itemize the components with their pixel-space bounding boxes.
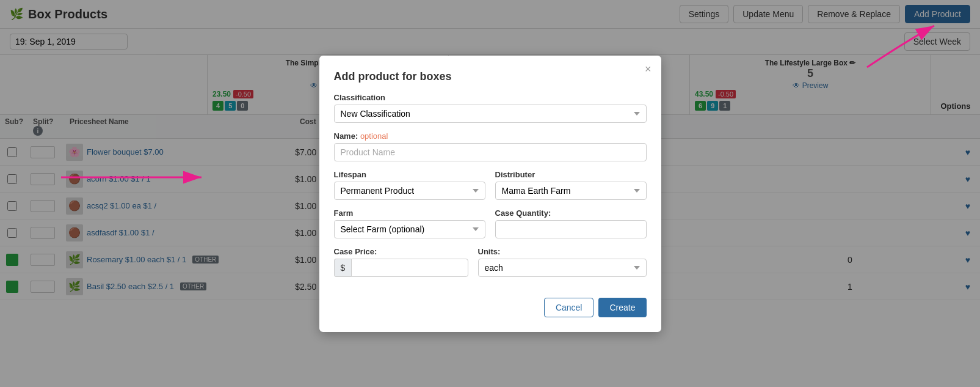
name-label: Name: optional xyxy=(334,131,647,141)
modal-footer: Cancel Create xyxy=(334,298,647,317)
lifespan-col: Lifespan Permanent Product Seasonal One-… xyxy=(334,170,485,208)
lifespan-select[interactable]: Permanent Product Seasonal One-time xyxy=(334,182,485,200)
farm-group: Farm Select Farm (optional) xyxy=(334,208,485,238)
farm-label: Farm xyxy=(334,208,485,218)
units-label: Units: xyxy=(478,247,647,256)
classification-label: Classification xyxy=(334,93,647,102)
case-price-group: Case Price: $ xyxy=(334,247,468,277)
case-qty-label: Case Quantity: xyxy=(495,208,647,218)
classification-select[interactable]: New Classification Fruits Vegetables Oth… xyxy=(334,105,647,123)
distributer-group: Distributer Mama Earth Farm Local Farm O… xyxy=(495,170,647,200)
case-qty-col: Case Quantity: xyxy=(495,208,647,247)
case-price-label: Case Price: xyxy=(334,247,468,256)
distributer-label: Distributer xyxy=(495,170,647,179)
classification-group: Classification New Classification Fruits… xyxy=(334,93,647,123)
cancel-button[interactable]: Cancel xyxy=(544,298,594,317)
case-qty-group: Case Quantity: xyxy=(495,208,647,238)
dollar-prefix: $ xyxy=(334,259,352,277)
modal-close-button[interactable]: × xyxy=(645,63,652,76)
case-price-input-group: $ xyxy=(334,259,468,277)
optional-label: optional xyxy=(360,131,388,141)
name-input[interactable] xyxy=(334,143,647,161)
farm-select[interactable]: Select Farm (optional) xyxy=(334,220,485,238)
case-price-col: Case Price: $ xyxy=(334,247,468,286)
case-price-input[interactable] xyxy=(351,259,468,277)
lifespan-distributer-row: Lifespan Permanent Product Seasonal One-… xyxy=(334,170,647,208)
units-col: Units: each lb oz bunch xyxy=(478,247,647,286)
case-qty-input[interactable] xyxy=(495,220,647,238)
modal: × Add product for boxes Classification N… xyxy=(319,56,661,332)
distributer-select[interactable]: Mama Earth Farm Local Farm Other xyxy=(495,182,647,200)
price-units-row: Case Price: $ Units: each lb oz bunch xyxy=(334,247,647,286)
lifespan-group: Lifespan Permanent Product Seasonal One-… xyxy=(334,170,485,200)
lifespan-label: Lifespan xyxy=(334,170,485,179)
units-select[interactable]: each lb oz bunch xyxy=(478,259,647,277)
name-group: Name: optional xyxy=(334,131,647,161)
distributer-col: Distributer Mama Earth Farm Local Farm O… xyxy=(495,170,647,208)
farm-col: Farm Select Farm (optional) xyxy=(334,208,485,247)
modal-overlay: × Add product for boxes Classification N… xyxy=(0,0,980,387)
modal-title: Add product for boxes xyxy=(334,70,647,83)
units-group: Units: each lb oz bunch xyxy=(478,247,647,277)
create-button[interactable]: Create xyxy=(598,298,646,317)
farm-case-row: Farm Select Farm (optional) Case Quantit… xyxy=(334,208,647,247)
